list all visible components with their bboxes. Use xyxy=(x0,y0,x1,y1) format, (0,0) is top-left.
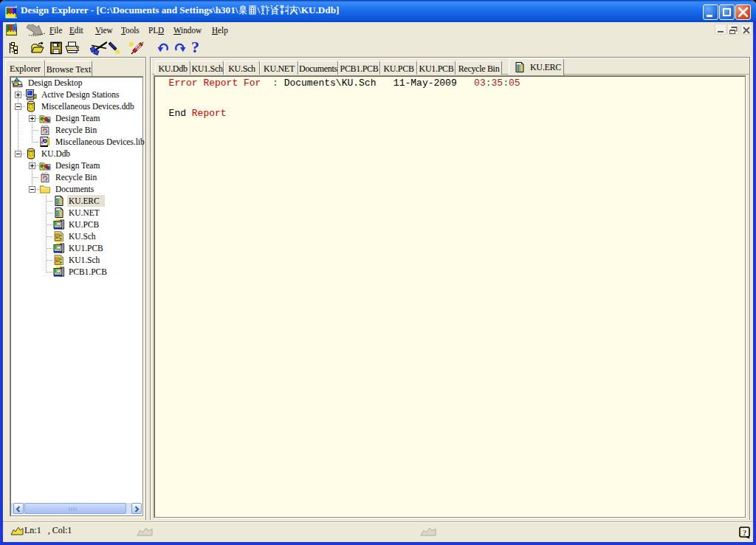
svg-text:?: ? xyxy=(743,528,747,537)
